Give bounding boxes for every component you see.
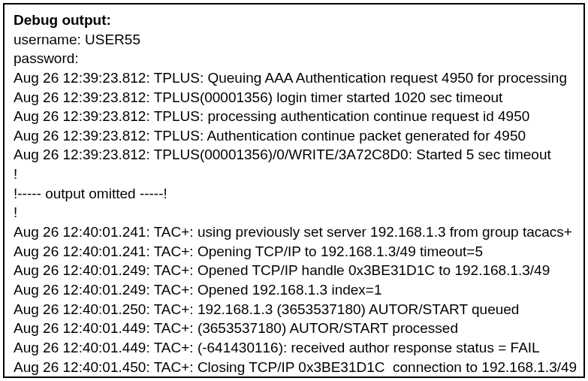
log-line: Aug 26 12:40:01.450: TAC+: Closing TCP/I… xyxy=(14,358,574,377)
log-line: Aug 26 12:40:01.249: TAC+: Opened TCP/IP… xyxy=(14,261,574,280)
log-line: Aug 26 12:40:01.449: TAC+: (3653537180) … xyxy=(14,319,574,338)
log-line: Aug 26 12:40:01.250: TAC+: 192.168.1.3 (… xyxy=(14,300,574,319)
log-line: Aug 26 12:40:01.241: TAC+: Opening TCP/I… xyxy=(14,242,574,262)
log-line: Aug 26 12:40:01.449: TAC+: (-641430116):… xyxy=(14,338,574,358)
log-line: ! xyxy=(14,203,574,222)
debug-output-panel: Debug output: username: USER55 password:… xyxy=(3,3,585,378)
log-line: Aug 26 12:39:23.812: TPLUS(00001356)/0/W… xyxy=(14,145,574,165)
debug-header: Debug output: xyxy=(14,12,111,28)
log-line: ! xyxy=(14,165,574,184)
username-label: username: xyxy=(14,32,85,47)
log-line: Aug 26 12:39:23.812: TPLUS: Queuing AAA … xyxy=(14,68,574,88)
log-line: Aug 26 12:40:01.241: TAC+: using previou… xyxy=(14,222,574,242)
log-line: Aug 26 12:39:23.812: TPLUS: Authenticati… xyxy=(14,126,574,146)
log-line: Aug 26 12:39:23.812: TPLUS(00001356) log… xyxy=(14,88,574,107)
username-value: USER55 xyxy=(85,32,140,47)
username-line: username: USER55 xyxy=(14,30,574,50)
log-line: !----- output omitted -----! xyxy=(14,184,574,204)
password-line: password: xyxy=(14,49,574,68)
log-line: Aug 26 12:40:01.249: TAC+: Opened 192.16… xyxy=(14,280,574,300)
log-line: Aug 26 12:39:23.812: TPLUS: processing a… xyxy=(14,107,574,126)
